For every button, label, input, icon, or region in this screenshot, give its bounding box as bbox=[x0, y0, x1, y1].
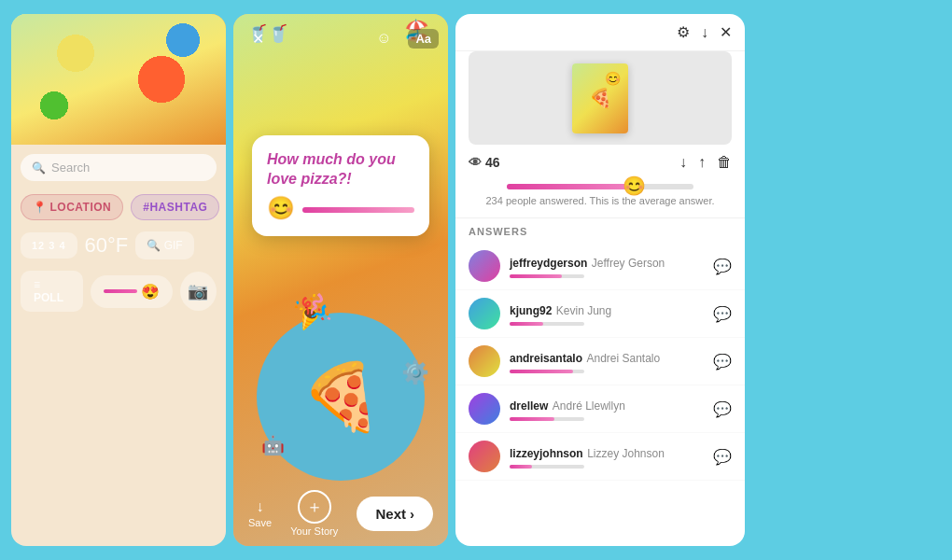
camera-sticker[interactable]: 📷 bbox=[180, 272, 217, 311]
reply-icon[interactable]: 💬 bbox=[713, 305, 732, 323]
slider-container[interactable]: 😊 bbox=[267, 199, 414, 221]
average-answer-text: 234 people answered. This is the average… bbox=[485, 195, 714, 206]
answer-username: kjung92 bbox=[510, 304, 552, 317]
share-icon[interactable]: ↑ bbox=[698, 154, 706, 171]
pizza-emoji: 🍕 bbox=[301, 358, 382, 435]
temperature-sticker[interactable]: 60°F bbox=[85, 233, 129, 258]
gif-sticker[interactable]: 🔍 GIF bbox=[135, 231, 193, 259]
save-label: Save bbox=[248, 517, 272, 528]
panel1-top-image bbox=[11, 14, 226, 145]
answer-username: lizzeyjohnson bbox=[510, 447, 583, 460]
preview-sticker: 😊 bbox=[605, 71, 621, 86]
next-button[interactable]: Next › bbox=[357, 497, 433, 531]
answer-slider-fill bbox=[510, 322, 543, 326]
location-tag[interactable]: 📍 LOCATION bbox=[21, 194, 123, 220]
answer-row: lizzeyjohnson Lizzey Johnson 💬 bbox=[455, 433, 745, 481]
avatar bbox=[469, 345, 500, 377]
answer-slider-fill bbox=[510, 465, 532, 469]
answers-panel: ⚙ ↓ ✕ 😊 🍕 👁 46 ↓ ↑ 🗑 😊 bbox=[455, 14, 745, 546]
story-bottom-bar: ↓ Save ＋ Your Story Next › bbox=[233, 490, 448, 537]
avatar bbox=[469, 298, 500, 329]
settings-icon[interactable]: ⚙ bbox=[677, 23, 690, 41]
sticker-panel-content: 🔍 Search 📍 LOCATION #HASHTAG @MENTION 12… bbox=[11, 145, 226, 321]
location-icon: 📍 bbox=[33, 201, 48, 214]
answer-row: jeffreydgerson Jeffrey Gerson 💬 bbox=[455, 243, 745, 290]
story-editor-panel: 🥤🥤 🏖️ 🎉 🍕 🤖 ⚙️ ✕ ☺ Aa How much do y bbox=[233, 14, 448, 546]
answer-username: andreisantalo bbox=[510, 352, 582, 365]
story-thumbnail: 😊 🍕 bbox=[572, 63, 628, 133]
plus-icon: ＋ bbox=[306, 496, 323, 518]
close-panel-icon[interactable]: ✕ bbox=[720, 23, 732, 41]
hashtag-tag[interactable]: #HASHTAG bbox=[131, 194, 219, 220]
main-container: 🔍 Search 📍 LOCATION #HASHTAG @MENTION 12… bbox=[0, 0, 952, 560]
slider-track bbox=[104, 289, 137, 293]
text-style-button[interactable]: Aa bbox=[408, 29, 439, 49]
answer-content: kjung92 Kevin Jung bbox=[510, 301, 704, 326]
save-button[interactable]: ↓ Save bbox=[248, 498, 272, 528]
next-label: Next bbox=[375, 506, 406, 522]
reply-icon[interactable]: 💬 bbox=[713, 258, 732, 275]
average-emoji-thumb: 😊 bbox=[623, 175, 646, 197]
sticker-picker-panel: 🔍 Search 📍 LOCATION #HASHTAG @MENTION 12… bbox=[11, 14, 226, 546]
answers-section: ANSWERS jeffreydgerson Jeffrey Gerson 💬 … bbox=[455, 218, 745, 546]
answer-realname: Lizzey Johnson bbox=[587, 447, 665, 460]
answer-slider bbox=[510, 370, 584, 373]
poll-sticker[interactable]: ≡ POLL bbox=[21, 271, 83, 312]
bottom-stickers-row: ≡ POLL 😍 📷 bbox=[21, 271, 217, 312]
answers-label: ANSWERS bbox=[455, 218, 745, 243]
answer-realname: André Llewllyn bbox=[553, 399, 625, 413]
view-count: 👁 46 bbox=[469, 155, 500, 170]
next-chevron-icon: › bbox=[410, 506, 414, 522]
answer-slider bbox=[510, 417, 584, 421]
close-story-button[interactable]: ✕ bbox=[243, 23, 273, 53]
panel3-top-bar: ⚙ ↓ ✕ bbox=[455, 14, 745, 51]
story-circle-icon: ＋ bbox=[298, 490, 331, 524]
sticker-picker-icon[interactable]: ☺ bbox=[369, 23, 399, 53]
sticker-grid-row-1: 12 3 4 60°F 🔍 GIF bbox=[21, 231, 217, 259]
answer-realname: Kevin Jung bbox=[556, 304, 611, 317]
answer-content: drellew André Llewllyn bbox=[510, 397, 704, 421]
answer-slider bbox=[510, 274, 584, 278]
reply-icon[interactable]: 💬 bbox=[713, 448, 732, 466]
your-story-label: Your Story bbox=[290, 525, 338, 537]
your-story-button[interactable]: ＋ Your Story bbox=[290, 490, 338, 537]
clock-sticker[interactable]: 12 3 4 bbox=[21, 232, 77, 259]
average-section: 😊 234 people answered. This is the avera… bbox=[455, 176, 745, 218]
question-slider-track[interactable] bbox=[302, 207, 414, 213]
answer-slider-fill bbox=[510, 370, 573, 373]
story-top-bar: ✕ ☺ Aa bbox=[243, 23, 439, 53]
delete-icon[interactable]: 🗑 bbox=[717, 154, 732, 171]
answer-content: jeffreydgerson Jeffrey Gerson bbox=[510, 254, 704, 278]
avatar bbox=[469, 250, 500, 282]
answer-realname: Jeffrey Gerson bbox=[592, 257, 665, 270]
camera-icon: 📷 bbox=[188, 281, 208, 301]
answer-slider bbox=[510, 465, 584, 469]
answer-slider-fill bbox=[510, 274, 562, 278]
question-card: How much do you love pizza?! 😊 bbox=[252, 135, 429, 236]
story-preview-card: 😊 🍕 bbox=[469, 51, 732, 145]
answer-username: jeffreydgerson bbox=[510, 257, 587, 270]
reply-icon[interactable]: 💬 bbox=[713, 400, 732, 418]
answer-row: drellew André Llewllyn 💬 bbox=[455, 385, 745, 433]
emoji-slider-sticker[interactable]: 😍 bbox=[91, 275, 173, 308]
answer-content: lizzeyjohnson Lizzey Johnson bbox=[510, 444, 704, 469]
avatar bbox=[469, 393, 500, 425]
answer-row: kjung92 Kevin Jung 💬 bbox=[455, 290, 745, 338]
eye-icon: 👁 bbox=[469, 155, 482, 170]
download-answer-icon[interactable]: ↓ bbox=[679, 154, 687, 171]
question-text: How much do you love pizza?! bbox=[267, 150, 414, 189]
save-arrow-icon: ↓ bbox=[257, 498, 264, 515]
avatar bbox=[469, 441, 500, 472]
answer-username: drellew bbox=[510, 399, 548, 413]
reply-icon[interactable]: 💬 bbox=[713, 353, 732, 371]
download-icon[interactable]: ↓ bbox=[701, 24, 708, 41]
action-icons: ↓ ↑ 🗑 bbox=[679, 154, 732, 171]
average-slider: 😊 bbox=[507, 184, 693, 189]
slider-emoji: 😍 bbox=[141, 283, 160, 301]
search-placeholder-text: Search bbox=[51, 161, 90, 175]
stats-row: 👁 46 ↓ ↑ 🗑 bbox=[455, 145, 745, 176]
slider-start-emoji: 😊 bbox=[267, 195, 295, 221]
average-slider-fill bbox=[507, 184, 628, 189]
search-icon: 🔍 bbox=[32, 161, 46, 175]
sticker-search-bar[interactable]: 🔍 Search bbox=[21, 154, 217, 181]
